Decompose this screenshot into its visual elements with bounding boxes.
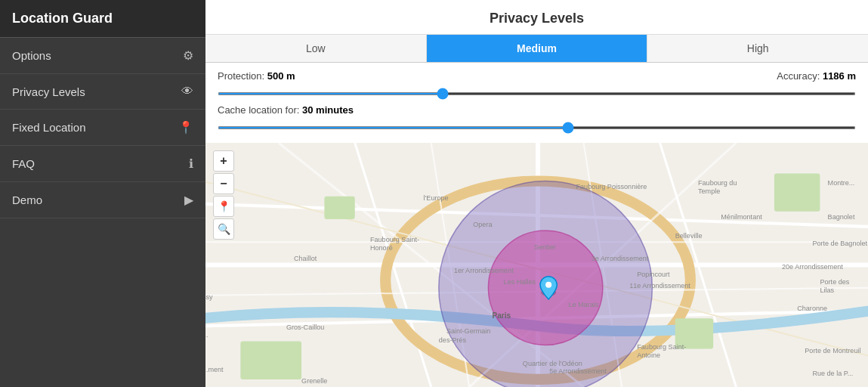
svg-text:l'Europe: l'Europe — [424, 194, 449, 202]
svg-text:1er Arrondissement: 1er Arrondissement — [454, 267, 514, 274]
svg-text:des-Prés: des-Prés — [439, 336, 467, 344]
svg-text:Faubourg Saint-: Faubourg Saint- — [370, 236, 419, 243]
svg-text:Faubourg du: Faubourg du — [698, 179, 737, 187]
svg-text:Temple: Temple — [698, 187, 720, 195]
svg-rect-15 — [240, 341, 301, 379]
cache-value: 30 minutes — [302, 104, 354, 116]
tab-medium[interactable]: Medium — [427, 35, 648, 62]
svg-text:20e Arrondissement: 20e Arrondissement — [782, 263, 843, 271]
svg-text:Gros-Caillou: Gros-Caillou — [286, 324, 324, 331]
sidebar: Location Guard Options ⚙ Privacy Levels … — [0, 0, 205, 387]
protection-value: 500 m — [267, 70, 295, 82]
cache-slider[interactable] — [218, 126, 856, 129]
svg-text:11e Arrondissement: 11e Arrondissement — [629, 282, 690, 289]
zoom-out-button[interactable]: − — [213, 173, 234, 194]
cache-label: Cache location for: 30 minutes — [218, 104, 354, 116]
svg-text:Chaillot: Chaillot — [294, 255, 317, 262]
svg-text:ssy: ssy — [205, 293, 213, 301]
sidebar-label-demo: Demo — [12, 194, 184, 206]
svg-text:Le Marais: Le Marais — [568, 301, 598, 308]
svg-text:Montre...: Montre... — [828, 179, 855, 187]
sidebar-label-fixed-location: Fixed Location — [12, 121, 178, 134]
svg-text:Bagnolet: Bagnolet — [828, 213, 855, 221]
eye-icon: 👁 — [181, 85, 193, 98]
svg-text:Ménilmontant: Ménilmontant — [721, 213, 762, 221]
tab-high[interactable]: High — [647, 35, 868, 62]
sidebar-label-faq: FAQ — [12, 157, 189, 170]
page-title: Privacy Levels — [205, 0, 868, 35]
sidebar-item-privacy-levels[interactable]: Privacy Levels 👁 — [0, 74, 205, 110]
svg-text:Faubourg Poissonnière: Faubourg Poissonnière — [576, 183, 647, 190]
info-icon: ℹ — [189, 156, 193, 171]
svg-point-22 — [545, 282, 551, 288]
cache-row: Cache location for: 30 minutes — [218, 104, 856, 116]
map-controls: + − 📍 🔍 — [213, 150, 234, 240]
svg-text:Porte de Montreuil: Porte de Montreuil — [805, 347, 860, 354]
gear-icon: ⚙ — [183, 48, 193, 63]
svg-text:...: ... — [205, 331, 208, 339]
svg-text:Antoine: Antoine — [637, 351, 660, 359]
svg-text:Faubourg Saint-: Faubourg Saint- — [637, 343, 686, 351]
locate-button[interactable]: 📍 — [213, 196, 234, 217]
svg-text:5e Arrondissement: 5e Arrondissement — [549, 367, 607, 375]
sidebar-nav: Options ⚙ Privacy Levels 👁 Fixed Locatio… — [0, 38, 205, 218]
sidebar-label-privacy-levels: Privacy Levels — [12, 85, 181, 98]
svg-text:Quartier de l'Odéon: Quartier de l'Odéon — [523, 360, 582, 367]
protection-slider[interactable] — [218, 92, 856, 95]
svg-text:Lilas: Lilas — [820, 286, 834, 294]
zoom-in-button[interactable]: + — [213, 150, 234, 172]
sidebar-item-options[interactable]: Options ⚙ — [0, 38, 205, 74]
svg-text:Popincourt: Popincourt — [637, 271, 670, 278]
map-container: 3e Arrondissement Paris Le Marais Les Ha… — [205, 143, 868, 387]
svg-text:Paris: Paris — [492, 311, 511, 320]
play-icon: ▶ — [184, 193, 193, 207]
sidebar-label-options: Options — [12, 49, 183, 62]
svg-rect-18 — [324, 197, 354, 219]
sidebar-item-fixed-location[interactable]: Fixed Location 📍 — [0, 110, 205, 146]
svg-text:Opera: Opera — [473, 221, 493, 228]
svg-text:Les Halles: Les Halles — [504, 278, 536, 286]
svg-text:Rue de la P...: Rue de la P... — [812, 370, 853, 377]
controls-panel: Protection: 500 m Accuracy: 1186 m Cache… — [205, 63, 868, 143]
accuracy-value: 1186 m — [823, 70, 856, 82]
svg-text:Porte des: Porte des — [820, 278, 849, 286]
tab-low[interactable]: Low — [205, 35, 427, 62]
svg-text:Charonne: Charonne — [797, 305, 827, 312]
svg-rect-16 — [774, 173, 820, 211]
level-tabs: Low Medium High — [205, 35, 868, 63]
svg-text:Sentier: Sentier — [534, 243, 556, 251]
sidebar-item-faq[interactable]: FAQ ℹ — [0, 146, 205, 182]
svg-text:Grenelle: Grenelle — [301, 377, 327, 385]
sidebar-item-demo[interactable]: Demo ▶ — [0, 182, 205, 218]
protection-slider-container — [218, 85, 856, 98]
svg-text:Honoré: Honoré — [370, 244, 393, 252]
protection-row: Protection: 500 m Accuracy: 1186 m — [218, 70, 856, 82]
search-button[interactable]: 🔍 — [213, 218, 234, 240]
svg-text:Porte de Bagnolet: Porte de Bagnolet — [812, 240, 867, 247]
app-title: Location Guard — [0, 0, 205, 38]
main-panel: Privacy Levels Low Medium High Protectio… — [205, 0, 868, 387]
svg-text:Saint-Germain: Saint-Germain — [446, 327, 491, 335]
accuracy-label: Accuracy: 1186 m — [777, 70, 856, 82]
pin-icon: 📍 — [178, 120, 193, 135]
svg-text:3e Arrondissement: 3e Arrondissement — [592, 255, 649, 262]
map-view: 3e Arrondissement Paris Le Marais Les Ha… — [205, 143, 868, 387]
svg-text:Belleville: Belleville — [675, 232, 703, 240]
svg-text:...ment: ...ment — [205, 366, 224, 373]
protection-label: Protection: 500 m — [218, 70, 295, 82]
cache-slider-container — [218, 119, 856, 132]
